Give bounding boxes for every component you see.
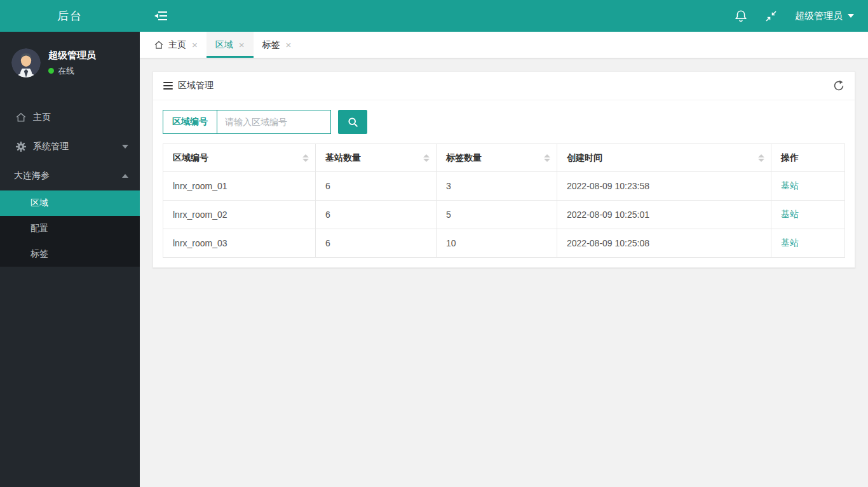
search-input[interactable] xyxy=(217,110,330,133)
refresh-button[interactable] xyxy=(833,80,844,91)
sidebar-item-label: 主页 xyxy=(33,112,128,123)
sort-icon[interactable] xyxy=(758,154,764,162)
topbar: 超级管理员 xyxy=(140,0,868,32)
search-row: 区域编号 xyxy=(163,110,845,134)
fullscreen-icon xyxy=(765,10,777,22)
cell-area-id: lnrx_room_01 xyxy=(163,172,316,201)
cell-tag-count: 10 xyxy=(437,229,557,258)
column-label: 操作 xyxy=(781,152,799,163)
area-management-panel: 区域管理 区域编号 xyxy=(153,71,855,268)
user-block: 超级管理员 在线 xyxy=(0,32,140,94)
fullscreen-toggle-button[interactable] xyxy=(765,10,777,22)
content-area: 区域管理 区域编号 xyxy=(140,58,868,487)
sidebar-collapse-button[interactable] xyxy=(154,10,168,22)
app-root: 后台 超级管理员 xyxy=(0,0,868,487)
sort-icon[interactable] xyxy=(302,154,309,162)
base-station-link[interactable]: 基站 xyxy=(781,209,799,219)
sidebar-menu: 主页 系统管理 xyxy=(0,103,140,267)
user-name: 超级管理员 xyxy=(48,50,96,62)
cell-station-count: 6 xyxy=(316,201,437,229)
user-info: 超级管理员 在线 xyxy=(48,50,96,77)
search-icon xyxy=(348,117,358,128)
chevron-down-icon xyxy=(848,14,854,18)
tab-label: 区域 xyxy=(215,39,233,51)
sidebar-item-dalian-haishen[interactable]: 大连海参 xyxy=(0,161,140,190)
sidebar-subitem-label: 配置 xyxy=(31,223,48,234)
cell-station-count: 6 xyxy=(316,229,437,258)
column-header-actions: 操作 xyxy=(771,144,845,172)
notifications-button[interactable] xyxy=(735,10,747,22)
search-button[interactable] xyxy=(338,110,367,134)
tab-area[interactable]: 区域 × xyxy=(207,32,254,58)
user-dropdown-label: 超级管理员 xyxy=(795,10,843,22)
gear-icon xyxy=(15,141,27,152)
sidebar-item-label: 系统管理 xyxy=(33,141,122,152)
sort-icon[interactable] xyxy=(423,154,430,162)
chevron-down-icon xyxy=(122,145,128,149)
cell-created-at: 2022-08-09 10:25:08 xyxy=(557,229,771,258)
app-logo: 后台 xyxy=(0,0,140,32)
table-row: lnrx_room_03 6 10 2022-08-09 10:25:08 基站 xyxy=(163,229,845,258)
user-avatar xyxy=(11,48,41,77)
close-icon[interactable]: × xyxy=(239,40,245,50)
sidebar-subitem-label: 标签 xyxy=(31,248,48,260)
column-label: 标签数量 xyxy=(446,152,482,163)
sidebar-subitem-area[interactable]: 区域 xyxy=(0,190,140,216)
panel-header: 区域管理 xyxy=(153,72,855,100)
cell-tag-count: 5 xyxy=(437,201,557,229)
column-label: 基站数量 xyxy=(325,152,361,163)
area-table: 区域编号 基站数量 标签数量 xyxy=(163,143,845,258)
sort-icon[interactable] xyxy=(544,154,550,162)
sidebar-item-label: 大连海参 xyxy=(14,170,122,182)
chevron-up-icon xyxy=(122,174,128,178)
cell-created-at: 2022-08-09 10:23:58 xyxy=(557,172,771,201)
topbar-right: 超级管理员 xyxy=(735,10,854,22)
search-group: 区域编号 xyxy=(163,110,331,134)
tab-home[interactable]: 主页 × xyxy=(145,32,207,58)
list-icon xyxy=(163,82,173,90)
sidebar-subitem-label: 区域 xyxy=(31,197,48,209)
sidebar-subitem-config[interactable]: 配置 xyxy=(0,216,140,241)
cell-area-id: lnrx_room_02 xyxy=(163,201,316,229)
close-icon[interactable]: × xyxy=(286,40,292,50)
table-row: lnrx_room_01 6 3 2022-08-09 10:23:58 基站 xyxy=(163,172,845,201)
user-status-label: 在线 xyxy=(58,65,74,77)
sidebar-item-home[interactable]: 主页 xyxy=(0,103,140,132)
column-header-station-count[interactable]: 基站数量 xyxy=(316,144,437,172)
bell-icon xyxy=(735,10,747,22)
sidebar-item-system-management[interactable]: 系统管理 xyxy=(0,132,140,161)
table-row: lnrx_room_02 6 5 2022-08-09 10:25:01 基站 xyxy=(163,201,845,229)
avatar-illustration xyxy=(11,48,41,77)
cell-area-id: lnrx_room_03 xyxy=(163,229,316,258)
cell-station-count: 6 xyxy=(316,172,437,201)
column-header-tag-count[interactable]: 标签数量 xyxy=(437,144,557,172)
search-field-selector[interactable]: 区域编号 xyxy=(163,110,217,133)
column-label: 区域编号 xyxy=(173,152,208,163)
panel-title: 区域管理 xyxy=(178,80,214,91)
online-dot-icon xyxy=(48,68,54,74)
home-icon xyxy=(154,40,164,50)
base-station-link[interactable]: 基站 xyxy=(781,237,799,248)
cell-tag-count: 3 xyxy=(437,172,557,201)
refresh-icon xyxy=(833,80,844,91)
column-header-created-at[interactable]: 创建时间 xyxy=(557,144,771,172)
cell-created-at: 2022-08-09 10:25:01 xyxy=(557,201,771,229)
user-dropdown[interactable]: 超级管理员 xyxy=(795,10,854,22)
user-status: 在线 xyxy=(48,65,96,77)
tab-label: 主页 xyxy=(168,39,186,51)
sidebar: 后台 超级管理员 xyxy=(0,0,140,487)
main-column: 超级管理员 主页 × 区域 × 标签 × xyxy=(140,0,868,487)
base-station-link[interactable]: 基站 xyxy=(781,180,799,190)
home-icon xyxy=(15,112,27,123)
tab-label: 标签 xyxy=(262,39,280,51)
close-icon[interactable]: × xyxy=(192,40,198,50)
column-header-area-id[interactable]: 区域编号 xyxy=(163,144,316,172)
tabbar: 主页 × 区域 × 标签 × xyxy=(140,32,868,58)
sidebar-subitem-tags[interactable]: 标签 xyxy=(0,241,140,267)
sidebar-submenu: 区域 配置 标签 xyxy=(0,190,140,267)
panel-body: 区域编号 xyxy=(153,100,855,267)
table-header-row: 区域编号 基站数量 标签数量 xyxy=(163,144,845,172)
column-label: 创建时间 xyxy=(567,152,602,163)
tab-tags[interactable]: 标签 × xyxy=(254,32,301,58)
collapse-menu-icon xyxy=(154,10,168,22)
